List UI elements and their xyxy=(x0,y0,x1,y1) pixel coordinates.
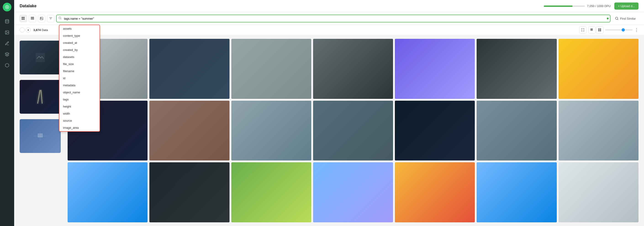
circle-dropdown-button[interactable]: ▾ xyxy=(26,28,30,32)
image-cell[interactable] xyxy=(149,101,229,161)
svg-rect-17 xyxy=(590,28,592,30)
svg-rect-24 xyxy=(600,30,601,31)
sidebar xyxy=(0,0,14,226)
large-grid-button[interactable] xyxy=(596,26,603,34)
circle-buttons: ▾ xyxy=(20,28,30,32)
svg-rect-21 xyxy=(598,28,600,30)
more-options-button[interactable]: ⋮ xyxy=(634,28,638,32)
search-dropdown: assets content_type created_at created_b… xyxy=(59,25,100,132)
svg-point-2 xyxy=(6,20,9,21)
dropdown-item-filename[interactable]: filename xyxy=(60,68,100,75)
dropdown-item-width[interactable]: width xyxy=(60,110,100,117)
sidebar-item-annotation[interactable] xyxy=(2,39,12,48)
svg-rect-8 xyxy=(22,18,23,20)
image-cell[interactable] xyxy=(313,162,393,222)
image-cell[interactable] xyxy=(313,101,393,161)
find-similar-button[interactable]: Find Similar xyxy=(612,17,638,20)
right-toolbar: ⋮ xyxy=(579,26,638,34)
data-count: 3,874 Data xyxy=(33,28,48,32)
svg-rect-23 xyxy=(598,30,600,31)
left-image-3[interactable] xyxy=(20,119,61,153)
dpu-bar-fill xyxy=(544,6,572,7)
image-cell[interactable] xyxy=(558,162,638,222)
dropdown-item-source[interactable]: source xyxy=(60,117,100,124)
svg-rect-6 xyxy=(22,17,23,18)
left-image-1[interactable] xyxy=(20,41,61,74)
toolbar: assets content_type created_at created_b… xyxy=(14,12,644,25)
image-cell[interactable] xyxy=(558,101,638,161)
search-container xyxy=(56,14,610,22)
svg-point-14 xyxy=(41,18,41,18)
image-cell[interactable] xyxy=(149,162,229,222)
zoom-slider[interactable] xyxy=(605,30,632,30)
image-cell[interactable] xyxy=(395,39,475,99)
svg-rect-20 xyxy=(592,30,592,30)
app-logo[interactable] xyxy=(3,3,12,12)
filter-button[interactable] xyxy=(47,15,54,22)
search-indicator xyxy=(607,18,608,20)
expand-button[interactable] xyxy=(579,26,586,34)
svg-point-16 xyxy=(616,17,618,20)
image-cell[interactable] xyxy=(476,39,556,99)
svg-rect-10 xyxy=(31,17,34,18)
dpu-usage-text: 7,050 / 1000 DPU xyxy=(587,4,611,8)
dropdown-item-file-size[interactable]: file_size xyxy=(60,60,100,68)
svg-rect-19 xyxy=(590,30,592,30)
table-view-button[interactable] xyxy=(29,15,36,22)
image-cell[interactable] xyxy=(395,162,475,222)
dropdown-item-tags[interactable]: tags xyxy=(60,96,100,103)
data-count-bar: ▾ 3,874 Data xyxy=(14,25,644,35)
dpu-progress-bar xyxy=(544,6,585,7)
dropdown-item-created-by[interactable]: created_by xyxy=(60,46,100,54)
content-area xyxy=(14,35,644,226)
svg-rect-9 xyxy=(23,18,24,20)
dropdown-item-datasets[interactable]: datasets xyxy=(60,54,100,60)
sidebar-item-layers[interactable] xyxy=(2,50,12,59)
svg-rect-11 xyxy=(31,18,34,18)
svg-point-1 xyxy=(6,6,8,8)
dropdown-item-object-name[interactable]: object_name xyxy=(60,89,100,96)
dropdown-item-content-type[interactable]: content_type xyxy=(60,32,100,39)
page-title: Datalake xyxy=(20,4,540,8)
image-cell[interactable] xyxy=(476,162,556,222)
image-cell[interactable] xyxy=(395,101,475,161)
main-content: Datalake 7,050 / 1000 DPU + Upload d... xyxy=(14,0,644,226)
dropdown-item-image-area[interactable]: image_area xyxy=(60,124,100,131)
image-cell[interactable] xyxy=(231,101,311,161)
dropdown-item-height[interactable]: height xyxy=(60,103,100,110)
svg-rect-12 xyxy=(31,19,34,20)
image-cell[interactable] xyxy=(313,39,393,99)
image-cell[interactable] xyxy=(231,162,311,222)
dropdown-item-created-at[interactable]: created_at xyxy=(60,39,100,46)
dropdown-item-id[interactable]: id xyxy=(60,75,100,82)
left-panel xyxy=(14,35,62,226)
svg-point-15 xyxy=(59,17,61,19)
small-grid-button[interactable] xyxy=(588,26,596,34)
image-cell[interactable] xyxy=(231,39,311,99)
image-cell[interactable] xyxy=(149,39,229,99)
dpu-info: 7,050 / 1000 DPU xyxy=(544,4,611,8)
image-cell[interactable] xyxy=(558,39,638,99)
find-similar-label: Find Similar xyxy=(620,17,636,20)
left-image-2[interactable] xyxy=(20,80,61,114)
image-cell[interactable] xyxy=(68,162,148,222)
upload-button[interactable]: + Upload d... xyxy=(614,2,638,10)
sidebar-item-database[interactable] xyxy=(2,17,12,26)
image-cell[interactable] xyxy=(476,101,556,161)
slider-thumb xyxy=(622,28,625,32)
svg-rect-22 xyxy=(600,28,601,30)
svg-point-4 xyxy=(6,32,6,32)
dropdown-item-metadata[interactable]: metadata xyxy=(60,82,100,89)
grid-view-button[interactable] xyxy=(20,15,27,22)
svg-rect-18 xyxy=(592,28,592,30)
search-icon xyxy=(58,16,62,20)
sidebar-item-model[interactable] xyxy=(2,61,12,70)
search-input[interactable] xyxy=(56,14,610,22)
dropdown-item-assets[interactable]: assets xyxy=(60,25,100,32)
svg-marker-5 xyxy=(5,52,9,54)
slider-track xyxy=(605,30,632,30)
image-view-button[interactable] xyxy=(38,15,45,22)
sidebar-item-images[interactable] xyxy=(2,28,12,37)
grid-size-buttons xyxy=(588,26,603,34)
circle-white-button[interactable] xyxy=(20,28,25,32)
